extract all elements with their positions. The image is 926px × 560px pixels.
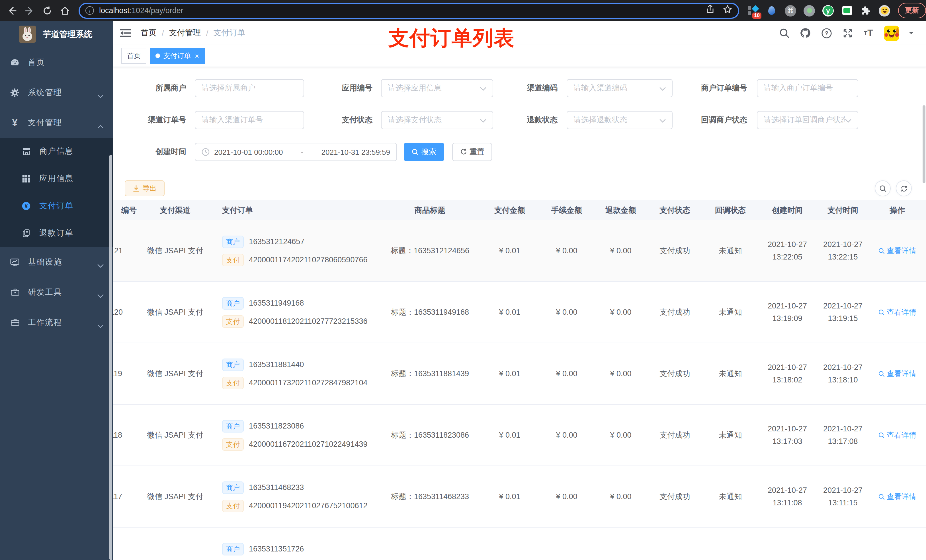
table-row: 121 微信 JSAPI 支付 商户1635312124657 支付420000… bbox=[113, 220, 926, 282]
pay-status-select[interactable]: 请选择支付状态 bbox=[381, 111, 493, 129]
browser-reload-icon[interactable] bbox=[41, 4, 53, 17]
view-detail-link[interactable]: 查看详情 bbox=[878, 368, 916, 379]
browser-forward-icon[interactable] bbox=[23, 4, 36, 17]
site-info-icon[interactable]: i bbox=[85, 6, 94, 15]
pay-badge: 支付 bbox=[222, 315, 244, 328]
app-select[interactable]: 请选择应用信息 bbox=[381, 79, 493, 97]
sidebar-item-home[interactable]: 首页 bbox=[0, 47, 113, 77]
sidebar-item-app-info[interactable]: 应用信息 bbox=[0, 165, 113, 192]
view-detail-link[interactable]: 查看详情 bbox=[878, 491, 916, 502]
extension-y-icon[interactable]: y bbox=[822, 5, 834, 16]
fullscreen-icon[interactable] bbox=[842, 27, 853, 39]
sidebar-item-workflow[interactable]: 工作流程 bbox=[0, 307, 113, 338]
sidebar-scrollbar[interactable] bbox=[109, 155, 112, 560]
table-header: 编号 支付渠道 支付订单 商品标题 支付金额 手续金额 退款金额 支付状态 回调… bbox=[113, 200, 926, 220]
breadcrumb: 首页 / 支付管理 / 支付订单 bbox=[141, 28, 245, 38]
chevron-down-icon bbox=[480, 115, 486, 125]
gear-icon bbox=[10, 88, 20, 98]
extension-command-icon[interactable]: ⌘ bbox=[785, 5, 796, 16]
browser-toolbar: i localhost:1024/pay/order 10 ⌘ y bbox=[0, 0, 926, 21]
notify-status-select[interactable]: 请选择订单回调商户状态 bbox=[757, 111, 858, 129]
browser-home-icon[interactable] bbox=[59, 4, 71, 17]
clock-icon bbox=[201, 148, 210, 156]
url-host: localhost bbox=[99, 6, 130, 15]
pay-badge: 支付 bbox=[222, 438, 244, 450]
chevron-down-icon bbox=[97, 321, 104, 330]
merchant-badge: 商户 bbox=[222, 358, 244, 371]
font-size-icon[interactable]: TT bbox=[863, 27, 874, 39]
table-row: 118 微信 JSAPI 支付 商户1635311823086 支付420000… bbox=[113, 405, 926, 466]
extension-chat-icon[interactable] bbox=[841, 5, 853, 16]
view-detail-link[interactable]: 查看详情 bbox=[878, 307, 916, 317]
table-row: 120 微信 JSAPI 支付 商户1635311949168 支付420000… bbox=[113, 282, 926, 343]
avatar-caret-icon[interactable] bbox=[909, 32, 914, 36]
filter-label-merchant-order-no: 商户订单编号 bbox=[673, 83, 747, 93]
channel-order-no-input[interactable]: 请输入渠道订单号 bbox=[195, 111, 304, 129]
url-text: localhost:1024/pay/order bbox=[99, 6, 183, 15]
channel-order-no: 4200001181202110277723215336 bbox=[249, 317, 367, 326]
refresh-button[interactable] bbox=[896, 180, 912, 196]
sidebar-item-refund-order[interactable]: 退款订单 bbox=[0, 220, 113, 247]
tag-close-icon[interactable]: × bbox=[195, 52, 199, 59]
breadcrumb-pay[interactable]: 支付管理 bbox=[169, 28, 201, 38]
extensions-puzzle-icon[interactable] bbox=[860, 5, 872, 16]
pay-submenu: 商户信息 应用信息 ¥ 支付订单 bbox=[0, 138, 113, 247]
search-icon[interactable] bbox=[779, 27, 790, 39]
chevron-down-icon bbox=[660, 115, 666, 125]
pay-order-icon: ¥ bbox=[21, 201, 31, 211]
chevron-up-icon bbox=[97, 121, 104, 130]
table-row: 商户1635311351726 bbox=[113, 528, 926, 560]
chevron-down-icon bbox=[97, 260, 104, 269]
page-title: 支付订单列表 bbox=[388, 24, 515, 52]
hamburger-icon[interactable] bbox=[120, 27, 131, 39]
chevron-down-icon bbox=[660, 83, 666, 93]
table-row: 117 微信 JSAPI 支付 商户1635311468233 支付420000… bbox=[113, 466, 926, 528]
merchant-badge: 商户 bbox=[222, 297, 244, 309]
sidebar-item-merchant-info[interactable]: 商户信息 bbox=[0, 138, 113, 165]
browser-back-icon[interactable] bbox=[6, 4, 18, 17]
toolbox-icon bbox=[10, 287, 20, 297]
extension-pinned-icon[interactable]: 10 bbox=[747, 5, 758, 16]
pay-badge: 支付 bbox=[222, 254, 244, 266]
svg-text:¥: ¥ bbox=[25, 204, 27, 209]
window-scrollbar[interactable] bbox=[923, 105, 925, 183]
merchant-order-no: 1635311881440 bbox=[249, 360, 304, 369]
channel-order-no: 4200001174202110278060590766 bbox=[249, 255, 367, 264]
sidebar-item-infra[interactable]: 基础设施 bbox=[0, 247, 113, 277]
app-logo: 芋道管理系统 bbox=[0, 21, 113, 47]
profile-emoji-icon[interactable] bbox=[879, 5, 890, 16]
create-time-range-input[interactable]: 2021-10-01 00:00:00 - 2021-10-31 23:59:5… bbox=[195, 143, 397, 161]
search-button[interactable]: 搜索 bbox=[404, 143, 444, 161]
refund-status-select[interactable]: 请选择退款状态 bbox=[567, 111, 673, 129]
tag-home[interactable]: 首页 bbox=[121, 48, 146, 64]
share-icon[interactable] bbox=[706, 5, 715, 17]
url-bar[interactable]: i localhost:1024/pay/order bbox=[79, 3, 739, 18]
merchant-order-no-input[interactable]: 请输入商户订单编号 bbox=[757, 79, 858, 97]
extension-record-icon[interactable] bbox=[803, 5, 815, 16]
extension-gem-icon[interactable] bbox=[766, 5, 777, 16]
reset-button[interactable]: 重置 bbox=[452, 143, 492, 161]
breadcrumb-home[interactable]: 首页 bbox=[141, 28, 157, 38]
export-button[interactable]: 导出 bbox=[125, 180, 165, 196]
sidebar-menu: 首页 系统管理 ¥ 支付管理 bbox=[0, 47, 113, 338]
bookmark-star-icon[interactable] bbox=[723, 5, 732, 17]
toggle-search-button[interactable] bbox=[875, 180, 891, 196]
sidebar-item-pay[interactable]: ¥ 支付管理 bbox=[0, 107, 113, 138]
page-content: 所属商户 请选择所属商户 应用编号 请选择应用信息 渠道编码 请输入渠道编码 商… bbox=[113, 67, 926, 560]
merchant-input[interactable]: 请选择所属商户 bbox=[195, 79, 304, 97]
github-icon[interactable] bbox=[800, 27, 811, 39]
view-detail-link[interactable]: 查看详情 bbox=[878, 246, 916, 256]
tag-pay-order[interactable]: 支付订单 × bbox=[150, 48, 205, 64]
merchant-order-no: 1635311949168 bbox=[249, 299, 304, 307]
channel-code-select[interactable]: 请输入渠道编码 bbox=[567, 79, 673, 97]
sidebar-item-system[interactable]: 系统管理 bbox=[0, 77, 113, 107]
filter-label-pay-status: 支付状态 bbox=[304, 115, 372, 125]
sidebar-item-pay-order[interactable]: ¥ 支付订单 bbox=[0, 192, 113, 220]
screen: i localhost:1024/pay/order 10 ⌘ y bbox=[0, 0, 926, 560]
view-detail-link[interactable]: 查看详情 bbox=[878, 430, 916, 440]
browser-update-button[interactable]: 更新 bbox=[898, 3, 926, 18]
help-icon[interactable]: ? bbox=[821, 27, 832, 39]
sidebar-item-devtools[interactable]: 研发工具 bbox=[0, 277, 113, 307]
grid-icon bbox=[21, 174, 31, 184]
user-avatar[interactable] bbox=[884, 25, 899, 41]
